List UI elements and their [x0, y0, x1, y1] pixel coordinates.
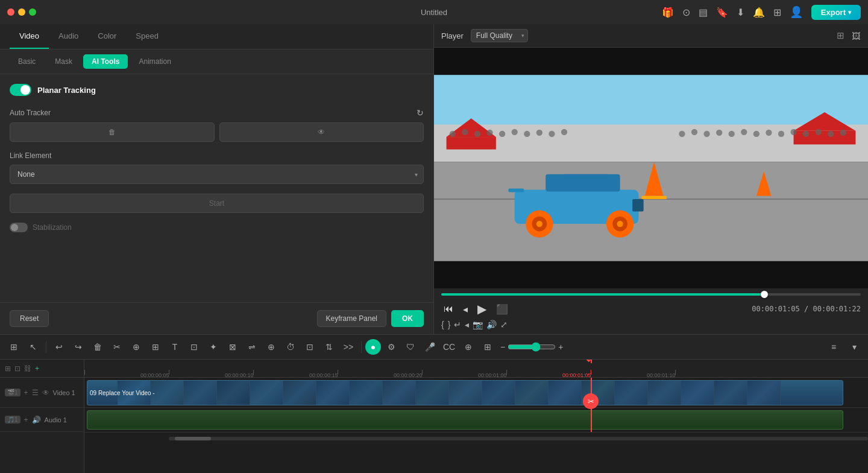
progress-bar[interactable]: [441, 293, 861, 296]
export-label: Export: [821, 8, 846, 17]
progress-filled: [441, 293, 764, 296]
grid-view-icon[interactable]: ⊞: [837, 30, 844, 41]
split-toolbar-btn[interactable]: ⊞: [146, 338, 165, 355]
tab-video[interactable]: Video: [10, 24, 49, 49]
timer-toolbar-btn[interactable]: ⏱: [281, 338, 300, 355]
add-audio-icon[interactable]: +: [24, 416, 28, 424]
svg-rect-18: [508, 188, 524, 192]
ruler-mark-7: 00:00:01:10: [675, 370, 676, 375]
shield-toolbar-btn[interactable]: 🛡: [401, 338, 420, 355]
export-button[interactable]: Export: [811, 5, 861, 20]
stabilization-toggle[interactable]: [10, 223, 28, 232]
add-video-text-icon[interactable]: ☰: [32, 389, 39, 397]
play-back-button[interactable]: ◂: [461, 302, 470, 316]
sub-track-icon[interactable]: ⊡: [14, 364, 20, 373]
play-button[interactable]: ▶: [475, 300, 489, 317]
delete-toolbar-btn[interactable]: 🗑: [89, 338, 107, 355]
start-button[interactable]: Start: [10, 194, 424, 213]
link-element-select[interactable]: None: [10, 165, 424, 184]
bookmark-icon[interactable]: 🔖: [716, 7, 728, 18]
tab-color[interactable]: Color: [88, 24, 126, 49]
bell-icon[interactable]: 🔔: [753, 7, 765, 18]
gift-icon[interactable]: 🎁: [662, 7, 674, 18]
add-video-clip-icon[interactable]: +: [24, 389, 28, 397]
snapshot-icon[interactable]: 📷: [473, 320, 483, 329]
effects-toolbar-btn[interactable]: ✦: [204, 338, 222, 355]
close-button[interactable]: [7, 8, 14, 16]
cut-toolbar-btn[interactable]: ✂: [108, 338, 126, 355]
stop-button[interactable]: ⬛: [494, 302, 511, 316]
zoom-minus-icon[interactable]: −: [500, 342, 505, 352]
dropdown-btn[interactable]: ▾: [845, 338, 863, 355]
undo-toolbar-btn[interactable]: ↩: [50, 338, 68, 355]
video-clip[interactable]: 09 Replace Your Video -: [87, 380, 843, 405]
insert-toolbar-btn[interactable]: ⊕: [127, 338, 145, 355]
delete-tracker-button[interactable]: 🗑: [10, 122, 215, 142]
cursor-toolbar-btn[interactable]: ↖: [24, 338, 42, 355]
grid-icon[interactable]: ⊞: [773, 7, 781, 18]
layout-toolbar-btn[interactable]: ⊞: [5, 338, 23, 355]
minimize-button[interactable]: [18, 8, 25, 16]
scrollbar-thumb[interactable]: [175, 437, 211, 440]
transition-toolbar-btn[interactable]: ⇌: [243, 338, 261, 355]
timeline-main[interactable]: :00:00 00:00:00:05 00:00:00:10 00:00:00:…: [84, 360, 868, 473]
eye-track-icon[interactable]: 👁: [42, 389, 49, 397]
tab-audio[interactable]: Audio: [49, 24, 88, 49]
audio-clip[interactable]: [87, 410, 843, 430]
overlay-toolbar-btn[interactable]: ⊠: [224, 338, 242, 355]
list-view-btn[interactable]: ≡: [825, 338, 843, 355]
planar-tracking-toggle[interactable]: [10, 84, 31, 96]
svg-point-25: [486, 130, 492, 136]
subtab-ai-tools[interactable]: AI Tools: [83, 54, 128, 69]
prev-frame-icon[interactable]: ◂: [465, 320, 469, 329]
mark-in-icon[interactable]: {: [441, 320, 444, 329]
subtab-basic[interactable]: Basic: [10, 54, 44, 69]
clip-icon[interactable]: ↵: [454, 320, 461, 329]
link-track-icon[interactable]: ⛓: [24, 364, 31, 373]
circle-icon[interactable]: ⊙: [682, 7, 690, 18]
timeline-area: ⊞ ↖ ↩ ↪ 🗑 ✂ ⊕ ⊞ T ⊡ ✦ ⊠ ⇌ ⊕ ⏱ ⊡ ⇅ >> ● ⚙…: [0, 334, 868, 473]
more-toolbar-btn[interactable]: >>: [339, 338, 357, 355]
add2-track-icon[interactable]: +: [35, 364, 39, 373]
reset-tracker-icon[interactable]: ↻: [417, 108, 424, 118]
settings-toolbar-btn[interactable]: ⚙: [382, 338, 400, 355]
avatar-icon[interactable]: 👤: [790, 5, 803, 19]
mic-toolbar-btn[interactable]: 🎤: [421, 338, 439, 355]
record-toolbar-btn[interactable]: ●: [365, 339, 381, 355]
grid2-toolbar-btn[interactable]: ⊡: [301, 338, 319, 355]
redo-toolbar-btn[interactable]: ↪: [69, 338, 87, 355]
swap-toolbar-btn[interactable]: ⇅: [320, 338, 338, 355]
left-panel: Video Audio Color Speed Basic Mask AI To…: [0, 24, 434, 334]
subtab-animation[interactable]: Animation: [130, 54, 179, 69]
video-container: [434, 48, 868, 288]
add-track-icon[interactable]: ⊞: [5, 364, 11, 373]
zoom-slider[interactable]: [508, 342, 556, 352]
mark-out-icon[interactable]: }: [448, 320, 451, 329]
volume-icon[interactable]: 🔊: [486, 320, 497, 329]
reset-button[interactable]: Reset: [10, 310, 49, 327]
layout-icon[interactable]: ▤: [699, 7, 708, 18]
eye-tracker-button[interactable]: 👁: [219, 122, 424, 142]
crop-toolbar-btn[interactable]: ⊡: [185, 338, 203, 355]
tab-speed[interactable]: Speed: [126, 24, 168, 49]
filmstrip-frame: [383, 381, 416, 405]
text-toolbar-btn[interactable]: T: [166, 338, 184, 355]
expand2-toolbar-btn[interactable]: ⊞: [479, 338, 497, 355]
zoom-plus-icon[interactable]: +: [558, 342, 563, 352]
image-icon[interactable]: 🖼: [852, 31, 861, 41]
audio-toolbar-btn[interactable]: ⊕: [262, 338, 280, 355]
volume-track-icon[interactable]: 🔊: [32, 416, 41, 424]
progress-thumb[interactable]: [761, 291, 768, 298]
keyframe-panel-button[interactable]: Keyframe Panel: [317, 310, 386, 327]
expand-icon[interactable]: ⤢: [500, 320, 508, 329]
ok-button[interactable]: OK: [391, 310, 424, 327]
download-icon[interactable]: ⬇: [737, 7, 744, 18]
subtab-mask[interactable]: Mask: [46, 54, 81, 69]
quality-select[interactable]: Full Quality 1/2 Quality 1/4 Quality: [471, 29, 528, 42]
maximize-button[interactable]: [29, 8, 36, 16]
step-back-button[interactable]: ⏮: [441, 302, 456, 316]
caption-toolbar-btn[interactable]: ⊕: [459, 338, 477, 355]
subtitle-toolbar-btn[interactable]: CC: [440, 338, 458, 355]
timeline-scrollbar[interactable]: [169, 437, 868, 440]
playhead[interactable]: [591, 360, 592, 363]
